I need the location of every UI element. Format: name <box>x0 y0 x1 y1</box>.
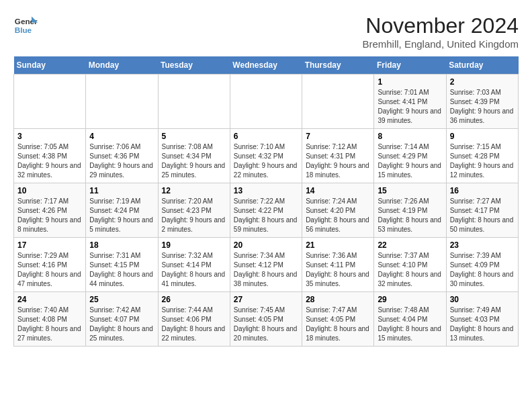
day-number: 14 <box>306 186 370 195</box>
week-row-2: 3Sunrise: 7:05 AM Sunset: 4:38 PM Daylig… <box>14 129 519 183</box>
day-number: 1 <box>378 77 442 87</box>
day-info: Sunrise: 7:36 AM Sunset: 4:11 PM Dayligh… <box>306 251 370 289</box>
svg-text:Blue: Blue <box>15 26 32 34</box>
day-number: 16 <box>450 186 515 195</box>
day-number: 8 <box>378 132 442 141</box>
day-number: 12 <box>162 186 226 195</box>
day-info: Sunrise: 7:29 AM Sunset: 4:16 PM Dayligh… <box>17 251 82 289</box>
day-cell: 28Sunrise: 7:47 AM Sunset: 4:05 PM Dayli… <box>302 292 374 347</box>
day-number: 30 <box>450 295 515 304</box>
day-number: 5 <box>162 132 226 141</box>
day-info: Sunrise: 7:32 AM Sunset: 4:14 PM Dayligh… <box>162 251 226 289</box>
day-info: Sunrise: 7:27 AM Sunset: 4:17 PM Dayligh… <box>450 197 515 234</box>
day-cell <box>14 75 86 129</box>
day-cell: 4Sunrise: 7:06 AM Sunset: 4:36 PM Daylig… <box>86 129 158 183</box>
header-row: SundayMondayTuesdayWednesdayThursdayFrid… <box>14 56 519 75</box>
week-row-5: 24Sunrise: 7:40 AM Sunset: 4:08 PM Dayli… <box>14 292 519 347</box>
day-cell <box>86 75 158 129</box>
day-number: 26 <box>162 295 226 304</box>
day-info: Sunrise: 7:37 AM Sunset: 4:10 PM Dayligh… <box>378 251 442 289</box>
day-info: Sunrise: 7:01 AM Sunset: 4:41 PM Dayligh… <box>378 88 442 126</box>
day-cell: 20Sunrise: 7:34 AM Sunset: 4:12 PM Dayli… <box>230 238 302 292</box>
day-cell: 9Sunrise: 7:15 AM Sunset: 4:28 PM Daylig… <box>446 129 518 183</box>
day-cell: 12Sunrise: 7:20 AM Sunset: 4:23 PM Dayli… <box>158 183 230 238</box>
day-number: 22 <box>378 240 442 250</box>
day-cell: 29Sunrise: 7:48 AM Sunset: 4:04 PM Dayli… <box>374 292 446 347</box>
day-number: 24 <box>17 295 82 304</box>
day-cell <box>302 75 374 129</box>
day-info: Sunrise: 7:47 AM Sunset: 4:05 PM Dayligh… <box>306 306 370 343</box>
day-info: Sunrise: 7:19 AM Sunset: 4:24 PM Dayligh… <box>89 197 154 234</box>
day-number: 25 <box>89 295 154 304</box>
month-title: November 2024 <box>362 13 519 38</box>
day-number: 28 <box>306 295 370 304</box>
day-cell: 25Sunrise: 7:42 AM Sunset: 4:07 PM Dayli… <box>86 292 158 347</box>
day-number: 10 <box>17 186 82 195</box>
day-info: Sunrise: 7:22 AM Sunset: 4:22 PM Dayligh… <box>234 197 298 234</box>
day-cell: 15Sunrise: 7:26 AM Sunset: 4:19 PM Dayli… <box>374 183 446 238</box>
day-number: 2 <box>450 77 515 87</box>
day-cell: 6Sunrise: 7:10 AM Sunset: 4:32 PM Daylig… <box>230 129 302 183</box>
day-info: Sunrise: 7:34 AM Sunset: 4:12 PM Dayligh… <box>234 251 298 289</box>
day-info: Sunrise: 7:06 AM Sunset: 4:36 PM Dayligh… <box>89 142 154 180</box>
day-info: Sunrise: 7:48 AM Sunset: 4:04 PM Dayligh… <box>378 306 442 343</box>
day-info: Sunrise: 7:17 AM Sunset: 4:26 PM Dayligh… <box>17 197 82 234</box>
day-number: 21 <box>306 240 370 250</box>
day-info: Sunrise: 7:24 AM Sunset: 4:20 PM Dayligh… <box>306 197 370 234</box>
day-info: Sunrise: 7:26 AM Sunset: 4:19 PM Dayligh… <box>378 197 442 234</box>
location: Bremhill, England, United Kingdom <box>362 38 519 50</box>
page-header: General Blue November 2024 Bremhill, Eng… <box>13 13 519 50</box>
day-number: 11 <box>89 186 154 195</box>
day-cell: 24Sunrise: 7:40 AM Sunset: 4:08 PM Dayli… <box>14 292 86 347</box>
day-cell: 8Sunrise: 7:14 AM Sunset: 4:29 PM Daylig… <box>374 129 446 183</box>
day-number: 15 <box>378 186 442 195</box>
day-info: Sunrise: 7:42 AM Sunset: 4:07 PM Dayligh… <box>89 306 154 343</box>
day-info: Sunrise: 7:40 AM Sunset: 4:08 PM Dayligh… <box>17 306 82 343</box>
day-info: Sunrise: 7:10 AM Sunset: 4:32 PM Dayligh… <box>234 142 298 180</box>
day-info: Sunrise: 7:45 AM Sunset: 4:05 PM Dayligh… <box>234 306 298 343</box>
day-number: 23 <box>450 240 515 250</box>
day-info: Sunrise: 7:03 AM Sunset: 4:39 PM Dayligh… <box>450 88 515 126</box>
day-info: Sunrise: 7:12 AM Sunset: 4:31 PM Dayligh… <box>306 142 370 180</box>
day-cell: 23Sunrise: 7:39 AM Sunset: 4:09 PM Dayli… <box>446 238 518 292</box>
day-number: 18 <box>89 240 154 250</box>
day-number: 6 <box>234 132 298 141</box>
day-cell <box>158 75 230 129</box>
day-number: 4 <box>89 132 154 141</box>
week-row-1: 1Sunrise: 7:01 AM Sunset: 4:41 PM Daylig… <box>14 75 519 129</box>
day-cell <box>230 75 302 129</box>
day-number: 17 <box>17 240 82 250</box>
day-cell: 16Sunrise: 7:27 AM Sunset: 4:17 PM Dayli… <box>446 183 518 238</box>
day-number: 3 <box>17 132 82 141</box>
day-info: Sunrise: 7:05 AM Sunset: 4:38 PM Dayligh… <box>17 142 82 180</box>
day-info: Sunrise: 7:08 AM Sunset: 4:34 PM Dayligh… <box>162 142 226 180</box>
day-cell: 7Sunrise: 7:12 AM Sunset: 4:31 PM Daylig… <box>302 129 374 183</box>
col-header-thursday: Thursday <box>302 56 374 75</box>
col-header-monday: Monday <box>86 56 158 75</box>
logo-icon: General Blue <box>13 13 38 38</box>
day-cell: 10Sunrise: 7:17 AM Sunset: 4:26 PM Dayli… <box>14 183 86 238</box>
col-header-friday: Friday <box>374 56 446 75</box>
day-cell: 2Sunrise: 7:03 AM Sunset: 4:39 PM Daylig… <box>446 75 518 129</box>
calendar-table: SundayMondayTuesdayWednesdayThursdayFrid… <box>13 56 519 347</box>
day-info: Sunrise: 7:14 AM Sunset: 4:29 PM Dayligh… <box>378 142 442 180</box>
title-block: November 2024 Bremhill, England, United … <box>362 13 519 50</box>
day-info: Sunrise: 7:20 AM Sunset: 4:23 PM Dayligh… <box>162 197 226 234</box>
day-cell: 11Sunrise: 7:19 AM Sunset: 4:24 PM Dayli… <box>86 183 158 238</box>
day-cell: 13Sunrise: 7:22 AM Sunset: 4:22 PM Dayli… <box>230 183 302 238</box>
day-cell: 14Sunrise: 7:24 AM Sunset: 4:20 PM Dayli… <box>302 183 374 238</box>
week-row-3: 10Sunrise: 7:17 AM Sunset: 4:26 PM Dayli… <box>14 183 519 238</box>
col-header-wednesday: Wednesday <box>230 56 302 75</box>
day-cell: 21Sunrise: 7:36 AM Sunset: 4:11 PM Dayli… <box>302 238 374 292</box>
day-cell: 22Sunrise: 7:37 AM Sunset: 4:10 PM Dayli… <box>374 238 446 292</box>
day-info: Sunrise: 7:44 AM Sunset: 4:06 PM Dayligh… <box>162 306 226 343</box>
col-header-tuesday: Tuesday <box>158 56 230 75</box>
day-cell: 18Sunrise: 7:31 AM Sunset: 4:15 PM Dayli… <box>86 238 158 292</box>
day-number: 13 <box>234 186 298 195</box>
col-header-sunday: Sunday <box>14 56 86 75</box>
day-cell: 3Sunrise: 7:05 AM Sunset: 4:38 PM Daylig… <box>14 129 86 183</box>
day-info: Sunrise: 7:39 AM Sunset: 4:09 PM Dayligh… <box>450 251 515 289</box>
day-cell: 5Sunrise: 7:08 AM Sunset: 4:34 PM Daylig… <box>158 129 230 183</box>
day-cell: 17Sunrise: 7:29 AM Sunset: 4:16 PM Dayli… <box>14 238 86 292</box>
day-cell: 30Sunrise: 7:49 AM Sunset: 4:03 PM Dayli… <box>446 292 518 347</box>
